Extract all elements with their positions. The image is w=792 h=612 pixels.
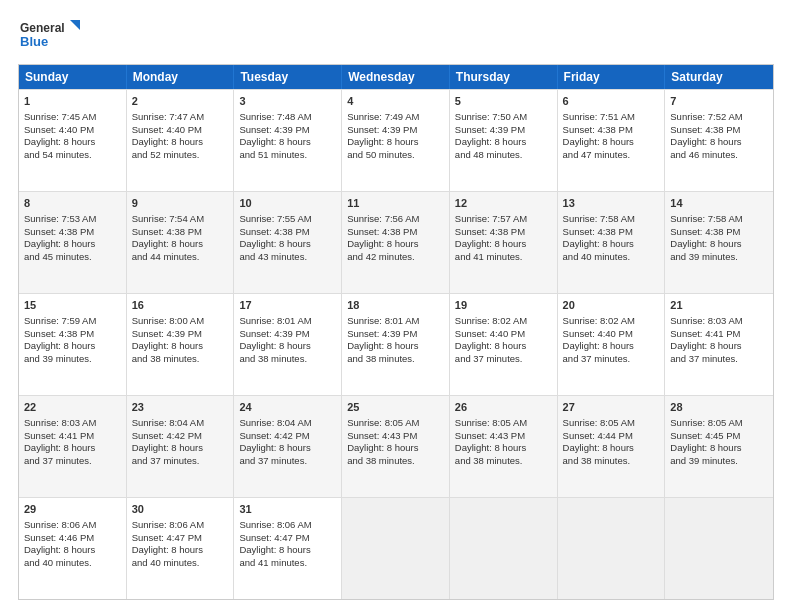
day-info: Sunset: 4:38 PM: [670, 226, 768, 239]
day-info: Sunrise: 7:49 AM: [347, 111, 444, 124]
day-number: 23: [132, 400, 229, 415]
day-number: 16: [132, 298, 229, 313]
calendar-row-5: 29Sunrise: 8:06 AMSunset: 4:46 PMDayligh…: [19, 497, 773, 599]
day-info: Daylight: 8 hours: [239, 544, 336, 557]
day-info: Sunset: 4:40 PM: [563, 328, 660, 341]
day-info: Sunset: 4:38 PM: [455, 226, 552, 239]
day-number: 18: [347, 298, 444, 313]
day-info: Daylight: 8 hours: [455, 340, 552, 353]
day-info: Daylight: 8 hours: [239, 238, 336, 251]
calendar-cell: 23Sunrise: 8:04 AMSunset: 4:42 PMDayligh…: [127, 396, 235, 497]
calendar-row-2: 8Sunrise: 7:53 AMSunset: 4:38 PMDaylight…: [19, 191, 773, 293]
day-info: Sunrise: 7:59 AM: [24, 315, 121, 328]
day-info: Sunrise: 8:04 AM: [239, 417, 336, 430]
day-info: Sunrise: 8:02 AM: [455, 315, 552, 328]
day-info: Sunset: 4:46 PM: [24, 532, 121, 545]
day-info: Sunset: 4:39 PM: [132, 328, 229, 341]
day-number: 7: [670, 94, 768, 109]
logo-svg: General Blue: [18, 18, 88, 54]
header: General Blue: [18, 18, 774, 54]
day-number: 8: [24, 196, 121, 211]
day-info: and 39 minutes.: [670, 455, 768, 468]
day-info: and 52 minutes.: [132, 149, 229, 162]
svg-marker-3: [70, 20, 80, 30]
header-day-friday: Friday: [558, 65, 666, 89]
day-info: Daylight: 8 hours: [670, 238, 768, 251]
day-number: 15: [24, 298, 121, 313]
calendar-cell: 18Sunrise: 8:01 AMSunset: 4:39 PMDayligh…: [342, 294, 450, 395]
day-info: Sunset: 4:40 PM: [132, 124, 229, 137]
day-info: and 44 minutes.: [132, 251, 229, 264]
calendar-cell: 16Sunrise: 8:00 AMSunset: 4:39 PMDayligh…: [127, 294, 235, 395]
day-info: and 40 minutes.: [132, 557, 229, 570]
day-info: Sunset: 4:38 PM: [563, 124, 660, 137]
day-info: and 40 minutes.: [24, 557, 121, 570]
calendar-cell: 21Sunrise: 8:03 AMSunset: 4:41 PMDayligh…: [665, 294, 773, 395]
calendar-cell: [558, 498, 666, 599]
day-number: 4: [347, 94, 444, 109]
calendar-cell: [450, 498, 558, 599]
day-number: 12: [455, 196, 552, 211]
day-info: and 37 minutes.: [132, 455, 229, 468]
day-info: and 37 minutes.: [563, 353, 660, 366]
page: General Blue SundayMondayTuesdayWednesda…: [0, 0, 792, 612]
calendar-cell: 17Sunrise: 8:01 AMSunset: 4:39 PMDayligh…: [234, 294, 342, 395]
day-number: 5: [455, 94, 552, 109]
day-info: Sunrise: 7:58 AM: [670, 213, 768, 226]
day-info: Sunrise: 8:05 AM: [563, 417, 660, 430]
day-info: and 51 minutes.: [239, 149, 336, 162]
day-info: Sunset: 4:40 PM: [24, 124, 121, 137]
day-info: Daylight: 8 hours: [563, 238, 660, 251]
day-info: Daylight: 8 hours: [347, 340, 444, 353]
day-number: 6: [563, 94, 660, 109]
day-info: Sunset: 4:42 PM: [132, 430, 229, 443]
day-info: Daylight: 8 hours: [670, 442, 768, 455]
calendar-cell: 5Sunrise: 7:50 AMSunset: 4:39 PMDaylight…: [450, 90, 558, 191]
day-info: and 38 minutes.: [455, 455, 552, 468]
calendar-cell: 2Sunrise: 7:47 AMSunset: 4:40 PMDaylight…: [127, 90, 235, 191]
day-info: and 37 minutes.: [455, 353, 552, 366]
day-info: Sunset: 4:43 PM: [347, 430, 444, 443]
day-info: Daylight: 8 hours: [455, 442, 552, 455]
day-number: 28: [670, 400, 768, 415]
day-number: 3: [239, 94, 336, 109]
day-info: Sunrise: 7:58 AM: [563, 213, 660, 226]
header-day-saturday: Saturday: [665, 65, 773, 89]
day-info: Sunset: 4:39 PM: [239, 328, 336, 341]
day-info: and 39 minutes.: [670, 251, 768, 264]
day-info: Daylight: 8 hours: [24, 340, 121, 353]
day-info: Daylight: 8 hours: [132, 544, 229, 557]
day-info: and 39 minutes.: [24, 353, 121, 366]
day-number: 22: [24, 400, 121, 415]
day-info: Daylight: 8 hours: [239, 340, 336, 353]
day-number: 1: [24, 94, 121, 109]
day-info: Sunset: 4:38 PM: [670, 124, 768, 137]
day-number: 24: [239, 400, 336, 415]
calendar-cell: 28Sunrise: 8:05 AMSunset: 4:45 PMDayligh…: [665, 396, 773, 497]
day-info: Daylight: 8 hours: [132, 340, 229, 353]
day-info: Sunrise: 8:03 AM: [24, 417, 121, 430]
day-info: Sunrise: 8:01 AM: [347, 315, 444, 328]
day-info: Sunset: 4:39 PM: [347, 124, 444, 137]
calendar-cell: 20Sunrise: 8:02 AMSunset: 4:40 PMDayligh…: [558, 294, 666, 395]
day-info: Sunset: 4:42 PM: [239, 430, 336, 443]
day-info: and 38 minutes.: [347, 353, 444, 366]
day-info: and 37 minutes.: [670, 353, 768, 366]
day-info: and 54 minutes.: [24, 149, 121, 162]
day-info: Sunrise: 7:48 AM: [239, 111, 336, 124]
day-info: and 43 minutes.: [239, 251, 336, 264]
day-info: Sunrise: 8:05 AM: [670, 417, 768, 430]
day-info: Sunset: 4:39 PM: [347, 328, 444, 341]
day-info: and 38 minutes.: [132, 353, 229, 366]
calendar-row-3: 15Sunrise: 7:59 AMSunset: 4:38 PMDayligh…: [19, 293, 773, 395]
header-day-tuesday: Tuesday: [234, 65, 342, 89]
day-number: 20: [563, 298, 660, 313]
calendar-cell: 8Sunrise: 7:53 AMSunset: 4:38 PMDaylight…: [19, 192, 127, 293]
day-number: 13: [563, 196, 660, 211]
calendar-cell: 1Sunrise: 7:45 AMSunset: 4:40 PMDaylight…: [19, 90, 127, 191]
calendar-row-1: 1Sunrise: 7:45 AMSunset: 4:40 PMDaylight…: [19, 89, 773, 191]
calendar-cell: 4Sunrise: 7:49 AMSunset: 4:39 PMDaylight…: [342, 90, 450, 191]
day-info: and 37 minutes.: [24, 455, 121, 468]
calendar-cell: 27Sunrise: 8:05 AMSunset: 4:44 PMDayligh…: [558, 396, 666, 497]
day-info: Sunset: 4:41 PM: [670, 328, 768, 341]
